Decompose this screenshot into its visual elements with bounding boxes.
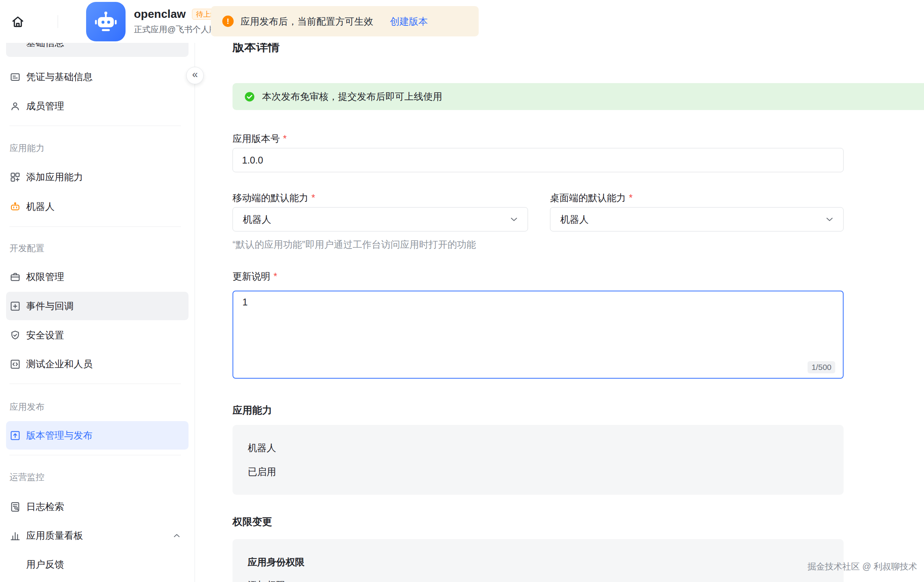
capability-summary-box: 机器人 已启用 [233,425,843,495]
create-version-link[interactable]: 创建版本 [390,15,428,28]
required-asterisk: * [629,192,633,204]
sidebar-item-members[interactable]: 成员管理 [6,92,188,120]
top-header: openclaw 待上线 正式应用@飞书个人版 ! 应用发布后，当前配置方可生效… [0,0,924,43]
required-asterisk: * [274,271,277,282]
app-meta: openclaw 待上线 正式应用@飞书个人版 [134,8,222,35]
update-notes-label: 更新说明* [233,271,277,282]
required-asterisk: * [283,133,287,145]
sidebar-group-capability: 应用能力 [6,142,188,154]
desktop-capability-label: 桌面端的默认能力* [550,192,633,204]
desktop-capability-select[interactable]: 机器人 [550,207,843,231]
success-banner: 本次发布免审核，提交发布后即可上线使用 [233,83,924,110]
desktop-capability-value: 机器人 [560,213,589,226]
sidebar-group-monitoring: 运营监控 [6,471,188,483]
id-card-icon [10,71,21,83]
update-notes-field: 1 1/500 [233,291,843,379]
sidebar-divider [10,126,181,126]
event-callback-icon [10,301,21,312]
char-counter: 1/500 [808,361,835,373]
briefcase-icon [10,271,21,283]
add-capability-icon [10,172,21,183]
sidebar-item-events-callbacks[interactable]: 事件与回调 [6,292,188,320]
sidebar-item-version-publish[interactable]: 版本管理与发布 [6,421,188,450]
sidebar-item-test-company[interactable]: 测试企业和人员 [6,350,188,378]
sidebar-item-permissions[interactable]: 权限管理 [6,263,188,291]
chevron-down-icon [824,214,835,225]
sidebar-item-robot[interactable]: 机器人 [6,192,188,221]
sidebar-group-publish: 应用发布 [6,401,188,412]
header-divider [58,15,58,28]
sidebar-item-quality-dashboard[interactable]: 应用质量看板 [6,521,188,550]
update-notes-textarea[interactable]: 1 [233,291,843,379]
warning-icon: ! [222,16,234,27]
capability-status: 已启用 [248,466,828,478]
permission-section-title: 权限变更 [233,515,272,529]
shield-icon [10,330,21,341]
mobile-capability-label: 移动端的默认能力* [233,192,315,204]
notice-banner: ! 应用发布后，当前配置方可生效 创建版本 [211,6,478,36]
app-subtitle: 正式应用@飞书个人版 [134,24,222,35]
capability-section-title: 应用能力 [233,404,272,417]
sidebar-item-user-feedback[interactable]: 用户反馈 [6,550,188,579]
permission-summary-box: 应用身份权限 添加权限 [233,539,843,582]
code-square-icon [10,359,21,370]
version-label: 应用版本号* [233,133,287,145]
sidebar-divider [10,455,181,455]
success-banner-text: 本次发布免审核，提交发布后即可上线使用 [262,90,442,103]
app-window: openclaw 待上线 正式应用@飞书个人版 ! 应用发布后，当前配置方可生效… [0,0,924,582]
required-asterisk: * [312,192,315,204]
permission-clipped-text: 添加权限 [248,579,828,582]
version-input[interactable] [233,148,843,172]
capability-hint: “默认的应用功能”即用户通过工作台访问应用时打开的功能 [233,238,476,251]
watermark: 掘金技术社区 @ 利叔聊技术 [808,561,917,572]
sidebar-divider [10,384,181,384]
robot-avatar-icon [92,8,119,35]
sidebar-group-dev-config: 开发配置 [6,243,188,254]
main-content: 版本详情 本次发布免审核，提交发布后即可上线使用 应用版本号* 移动端的默认能力… [195,0,924,582]
sidebar-item-log-search[interactable]: 日志检索 [6,493,188,521]
mobile-capability-value: 机器人 [243,213,271,226]
app-logo [86,2,125,41]
check-circle-icon [244,91,255,103]
home-button[interactable] [9,13,26,30]
robot-icon [10,201,21,212]
member-icon [10,101,21,112]
capability-name: 机器人 [248,441,828,454]
publish-up-arrow-icon [10,430,21,441]
notice-text: 应用发布后，当前配置方可生效 [241,15,373,28]
sidebar-item-security-settings[interactable]: 安全设置 [6,321,188,349]
app-name: openclaw [134,8,186,20]
sidebar-item-add-capability[interactable]: 添加应用能力 [6,163,188,191]
log-search-icon [10,501,21,513]
home-icon [11,15,25,29]
sidebar-collapse-button[interactable]: « [186,67,204,84]
chevron-down-icon [509,214,519,225]
sidebar: 基础信息 凭证与基础信息 成员管理 应用能力 添加应用能力 机器人 开发配置 [0,43,195,582]
sidebar-item-credentials[interactable]: 凭证与基础信息 [6,63,188,91]
bar-chart-icon [10,530,21,541]
permission-subtitle: 应用身份权限 [248,556,828,568]
sidebar-divider [10,227,181,227]
mobile-capability-select[interactable]: 机器人 [233,207,528,231]
chevron-up-icon[interactable] [172,531,182,541]
